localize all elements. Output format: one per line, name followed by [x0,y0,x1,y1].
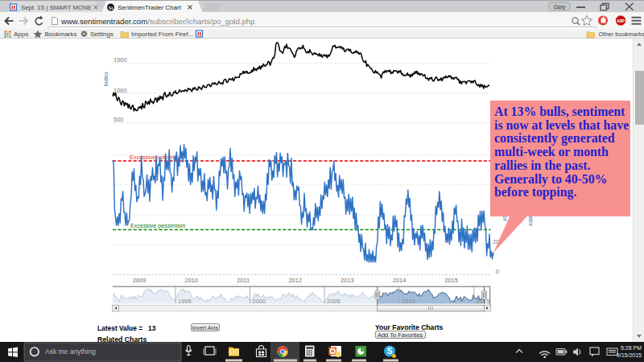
svg-text:S: S [387,347,393,356]
svg-text:Index: Index [102,72,109,87]
svg-text:2009: 2009 [133,277,147,284]
svg-text:2000: 2000 [253,298,266,305]
svg-text:0: 0 [496,268,499,275]
svg-text:Excessive optimism: Excessive optimism [130,154,180,161]
svg-text:Ask me anything: Ask me anything [45,348,96,356]
svg-text:9/15/2015: 9/15/2015 [617,352,642,358]
svg-text:Excessive pessimism: Excessive pessimism [130,222,185,229]
svg-text:2012: 2012 [288,277,302,284]
svg-text:5:28 PM: 5:28 PM [621,345,642,351]
svg-text:1500: 1500 [114,56,127,64]
svg-text:2010: 2010 [402,298,415,305]
svg-text:St: St [109,5,114,10]
svg-text:ABP: ABP [617,19,625,23]
svg-text:2011: 2011 [237,277,250,284]
svg-text:Gary: Gary [553,4,566,10]
svg-text:2014: 2014 [393,277,407,284]
svg-text:1995: 1995 [178,298,192,305]
svg-text:2013: 2013 [341,277,354,284]
svg-text:2005: 2005 [327,298,341,305]
svg-text:2010: 2010 [184,277,198,284]
svg-text:500: 500 [114,116,124,123]
svg-text:2015: 2015 [444,277,458,284]
